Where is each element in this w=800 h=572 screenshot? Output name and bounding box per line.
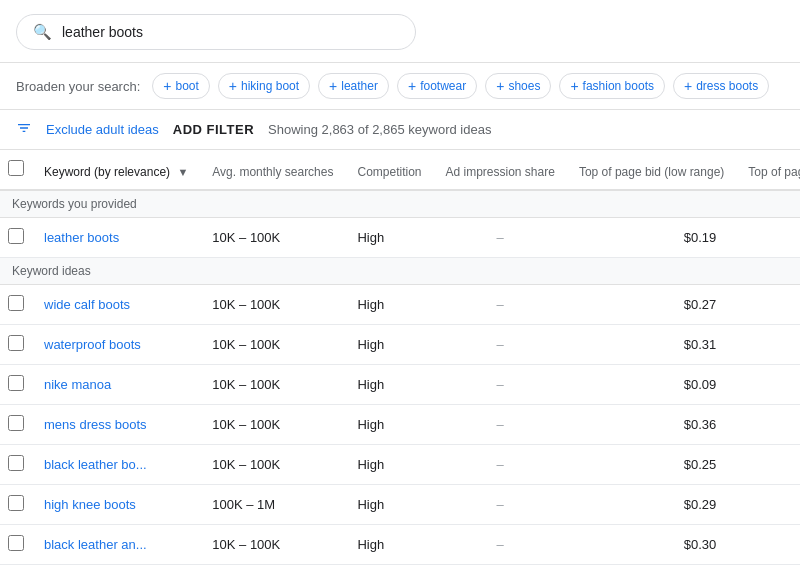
search-input[interactable] bbox=[62, 24, 399, 40]
ad-impression-cell: – bbox=[434, 285, 567, 325]
plus-icon-footwear: + bbox=[408, 78, 416, 94]
section-header-row: Keywords you provided bbox=[0, 190, 800, 218]
top-bid-low-cell: $0.30 bbox=[567, 525, 736, 565]
table-row: high knee boots 100K – 1M High – $0.29 $… bbox=[0, 485, 800, 525]
broaden-section: Broaden your search: + boot + hiking boo… bbox=[0, 63, 800, 110]
table-row: wide calf boots 10K – 100K High – $0.27 … bbox=[0, 285, 800, 325]
avg-monthly-cell: 10K – 100K bbox=[200, 218, 345, 258]
top-bid-low-cell: $0.25 bbox=[567, 445, 736, 485]
broaden-chip-fashion-boots[interactable]: + fashion boots bbox=[559, 73, 665, 99]
ad-impression-cell: – bbox=[434, 405, 567, 445]
row-checkbox-cell[interactable] bbox=[0, 485, 32, 525]
competition-cell: High bbox=[345, 285, 433, 325]
keyword-cell[interactable]: waterproof boots bbox=[32, 325, 200, 365]
exclude-adults-link[interactable]: Exclude adult ideas bbox=[46, 122, 159, 137]
table-row: black leather bo... 10K – 100K High – $0… bbox=[0, 445, 800, 485]
sort-arrow-icon: ▼ bbox=[177, 166, 188, 178]
competition-cell: High bbox=[345, 365, 433, 405]
broaden-chip-footwear-label: footwear bbox=[420, 79, 466, 93]
section-label: Keyword ideas bbox=[0, 258, 800, 285]
competition-column-header: Competition bbox=[345, 150, 433, 190]
search-bar-section: 🔍 bbox=[0, 0, 800, 63]
row-checkbox[interactable] bbox=[8, 228, 24, 244]
table-header-row: Keyword (by relevance) ▼ Avg. monthly se… bbox=[0, 150, 800, 190]
top-bid-low-cell: $0.27 bbox=[567, 285, 736, 325]
broaden-chip-shoes[interactable]: + shoes bbox=[485, 73, 551, 99]
top-bid-high-column-header: Top of page bid (high range) bbox=[736, 150, 800, 190]
plus-icon-hiking: + bbox=[229, 78, 237, 94]
top-bid-high-cell: $0.90 bbox=[736, 218, 800, 258]
row-checkbox[interactable] bbox=[8, 455, 24, 471]
ad-impression-cell: – bbox=[434, 525, 567, 565]
competition-cell: High bbox=[345, 485, 433, 525]
competition-cell: High bbox=[345, 405, 433, 445]
row-checkbox-cell[interactable] bbox=[0, 285, 32, 325]
avg-monthly-cell: 10K – 100K bbox=[200, 365, 345, 405]
select-all-header[interactable] bbox=[0, 150, 32, 190]
plus-icon-dress: + bbox=[684, 78, 692, 94]
top-bid-low-cell: $0.29 bbox=[567, 485, 736, 525]
keyword-cell[interactable]: nike manoa bbox=[32, 365, 200, 405]
competition-cell: High bbox=[345, 325, 433, 365]
section-header-row: Keyword ideas bbox=[0, 258, 800, 285]
filter-icon bbox=[16, 120, 32, 139]
row-checkbox[interactable] bbox=[8, 535, 24, 551]
top-bid-high-cell: $0.91 bbox=[736, 485, 800, 525]
row-checkbox[interactable] bbox=[8, 415, 24, 431]
top-bid-low-column-header: Top of page bid (low range) bbox=[567, 150, 736, 190]
table-row: mens dress boots 10K – 100K High – $0.36… bbox=[0, 405, 800, 445]
plus-icon-boot: + bbox=[163, 78, 171, 94]
top-bid-high-cell: $0.54 bbox=[736, 365, 800, 405]
broaden-chip-hiking-boot[interactable]: + hiking boot bbox=[218, 73, 310, 99]
avg-monthly-column-header: Avg. monthly searches bbox=[200, 150, 345, 190]
keyword-column-header[interactable]: Keyword (by relevance) ▼ bbox=[32, 150, 200, 190]
showing-text: Showing 2,863 of 2,865 keyword ideas bbox=[268, 122, 491, 137]
row-checkbox-cell[interactable] bbox=[0, 325, 32, 365]
row-checkbox-cell[interactable] bbox=[0, 405, 32, 445]
top-bid-high-cell: $0.76 bbox=[736, 525, 800, 565]
keyword-cell[interactable]: high knee boots bbox=[32, 485, 200, 525]
row-checkbox[interactable] bbox=[8, 495, 24, 511]
keyword-cell[interactable]: wide calf boots bbox=[32, 285, 200, 325]
row-checkbox[interactable] bbox=[8, 375, 24, 391]
broaden-chip-boot[interactable]: + boot bbox=[152, 73, 210, 99]
broaden-chip-dress-boots[interactable]: + dress boots bbox=[673, 73, 769, 99]
filter-bar: Exclude adult ideas ADD FILTER Showing 2… bbox=[0, 110, 800, 150]
broaden-chip-footwear[interactable]: + footwear bbox=[397, 73, 477, 99]
row-checkbox-cell[interactable] bbox=[0, 525, 32, 565]
row-checkbox-cell[interactable] bbox=[0, 445, 32, 485]
avg-monthly-cell: 10K – 100K bbox=[200, 405, 345, 445]
top-bid-high-cell: $1.16 bbox=[736, 405, 800, 445]
section-label: Keywords you provided bbox=[0, 190, 800, 218]
select-all-checkbox[interactable] bbox=[8, 160, 24, 176]
broaden-chip-shoes-label: shoes bbox=[508, 79, 540, 93]
broaden-chip-leather[interactable]: + leather bbox=[318, 73, 389, 99]
broaden-chip-boot-label: boot bbox=[175, 79, 198, 93]
table-row: black leather an... 10K – 100K High – $0… bbox=[0, 525, 800, 565]
keyword-table-wrapper: Keyword (by relevance) ▼ Avg. monthly se… bbox=[0, 150, 800, 565]
table-row: nike manoa 10K – 100K High – $0.09 $0.54 bbox=[0, 365, 800, 405]
top-bid-high-cell: $1.24 bbox=[736, 325, 800, 365]
row-checkbox-cell[interactable] bbox=[0, 365, 32, 405]
broaden-chip-fashion-label: fashion boots bbox=[583, 79, 654, 93]
keyword-cell[interactable]: leather boots bbox=[32, 218, 200, 258]
avg-monthly-cell: 10K – 100K bbox=[200, 285, 345, 325]
ad-impression-cell: – bbox=[434, 325, 567, 365]
keyword-cell[interactable]: mens dress boots bbox=[32, 405, 200, 445]
keyword-cell[interactable]: black leather bo... bbox=[32, 445, 200, 485]
keyword-cell[interactable]: black leather an... bbox=[32, 525, 200, 565]
table-row: leather boots 10K – 100K High – $0.19 $0… bbox=[0, 218, 800, 258]
row-checkbox-cell[interactable] bbox=[0, 218, 32, 258]
row-checkbox[interactable] bbox=[8, 295, 24, 311]
top-bid-high-cell: $0.69 bbox=[736, 445, 800, 485]
ad-impression-column-header: Ad impression share bbox=[434, 150, 567, 190]
avg-monthly-cell: 10K – 100K bbox=[200, 445, 345, 485]
broaden-chip-dress-label: dress boots bbox=[696, 79, 758, 93]
add-filter-button[interactable]: ADD FILTER bbox=[173, 122, 254, 137]
ad-impression-cell: – bbox=[434, 485, 567, 525]
ad-impression-cell: – bbox=[434, 445, 567, 485]
top-bid-low-cell: $0.36 bbox=[567, 405, 736, 445]
row-checkbox[interactable] bbox=[8, 335, 24, 351]
top-bid-low-cell: $0.31 bbox=[567, 325, 736, 365]
plus-icon-shoes: + bbox=[496, 78, 504, 94]
